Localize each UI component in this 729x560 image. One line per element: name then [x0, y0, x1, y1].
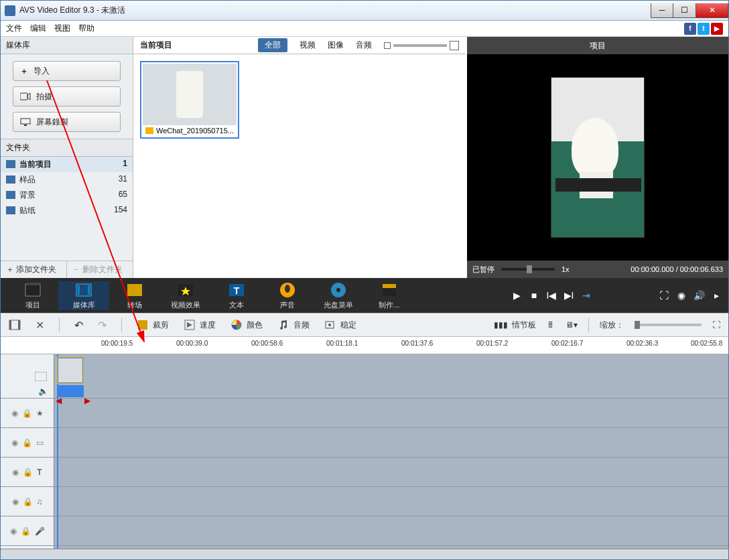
fullscreen-button[interactable]: ⛶: [659, 290, 669, 301]
tab-video[interactable]: 视频: [300, 40, 316, 51]
tab-image[interactable]: 图像: [328, 40, 344, 51]
time-ruler[interactable]: 00:00:19.5 00:00:39.0 00:00:58.6 00:01:1…: [1, 337, 728, 354]
menu-file[interactable]: 文件: [6, 23, 22, 34]
play-button[interactable]: ▶: [511, 290, 522, 301]
speed-label: 速度: [200, 320, 216, 331]
sound-tab[interactable]: 声音: [262, 281, 313, 310]
mark-button[interactable]: ⇥: [581, 290, 592, 301]
svg-rect-19: [9, 320, 11, 330]
shoot-button[interactable]: 拍摄: [13, 86, 121, 107]
transition-tab[interactable]: 转场: [109, 281, 160, 310]
folders-header: 文件夹: [1, 139, 133, 157]
audio-button[interactable]: 音频: [277, 319, 310, 331]
folder-row[interactable]: 当前项目1: [1, 157, 133, 172]
tab-all[interactable]: 全部: [258, 38, 287, 52]
media-library-panel: 媒体库 ＋ 导入 拍摄 屏幕錄製 文件夹 当前项目1 样品31 背: [1, 37, 133, 278]
import-label: 导入: [34, 66, 50, 77]
redo-button[interactable]: ↷: [98, 319, 107, 332]
folder-name: 当前项目: [19, 159, 52, 170]
folder-name: 背景: [19, 190, 36, 201]
camera-icon: [20, 92, 31, 100]
svg-rect-1: [21, 119, 30, 124]
facebook-icon[interactable]: f: [684, 23, 696, 35]
media-label: 媒体库: [73, 300, 95, 310]
video-badge-icon: [145, 127, 153, 134]
next-frame-button[interactable]: ▶I: [564, 290, 574, 301]
ruler-tick: 00:01:57.2: [476, 340, 508, 347]
tab-audio[interactable]: 音频: [356, 40, 372, 51]
text-tab[interactable]: T文本: [211, 281, 262, 310]
folder-icon: [6, 176, 15, 184]
disc-menu-tab[interactable]: 光盘菜单: [313, 281, 364, 310]
import-button[interactable]: ＋ 导入: [13, 61, 121, 81]
color-wheel-icon: [230, 319, 243, 331]
current-time: 00:00:00.000: [631, 265, 673, 273]
film-icon[interactable]: [9, 319, 21, 331]
thumbnail-image: [143, 64, 237, 125]
svg-rect-8: [127, 284, 142, 296]
zoom-slider[interactable]: [635, 324, 702, 326]
maximize-button[interactable]: ☐: [673, 3, 696, 18]
project-tab[interactable]: 项目: [7, 281, 58, 310]
add-folder-button[interactable]: ＋ 添加文件夹: [1, 261, 66, 278]
gallery-panel: 当前项目 全部 视频 图像 音频: [133, 37, 466, 278]
fit-zoom-button[interactable]: ⛶: [712, 320, 720, 330]
menu-view[interactable]: 视图: [54, 23, 70, 34]
svg-rect-6: [78, 285, 80, 295]
minimize-button[interactable]: ─: [651, 3, 673, 18]
volume-chevron-icon[interactable]: ▸: [711, 290, 722, 301]
speaker-icon[interactable]: 🔈: [38, 387, 48, 396]
svg-rect-21: [138, 320, 147, 330]
project-label: 项目: [25, 300, 40, 310]
audio-mixer-button[interactable]: 🎚: [547, 320, 555, 330]
effects-tab[interactable]: 视频效果: [160, 281, 211, 310]
timeline-clip[interactable]: [57, 357, 84, 384]
svg-rect-16: [383, 287, 396, 296]
preview-video: [467, 54, 728, 261]
snapshot-button[interactable]: ◉: [676, 290, 687, 301]
delete-button[interactable]: ✕: [36, 319, 44, 332]
volume-button[interactable]: 🔊: [693, 290, 704, 301]
preview-panel: 项目 已暂停 1x 00:00:00.000 / 00:00:06.633: [467, 37, 728, 278]
youtube-icon[interactable]: ▶: [711, 23, 723, 35]
stable-label: 稳定: [340, 320, 356, 331]
media-thumbnail[interactable]: WeChat_2019050715...: [140, 61, 239, 139]
svg-point-13: [285, 285, 290, 293]
horizontal-scrollbar[interactable]: [1, 549, 728, 559]
speed-slider[interactable]: [501, 268, 555, 271]
svg-rect-2: [24, 125, 27, 126]
titlebar: AVS Video Editor 9.3 - 未激活 ─ ☐ ✕: [1, 1, 728, 21]
thumbnail-size-slider[interactable]: [384, 41, 459, 50]
prev-frame-button[interactable]: I◀: [546, 290, 557, 301]
total-time: 00:00:06.633: [680, 265, 723, 273]
produce-tab[interactable]: 制作...: [364, 281, 415, 310]
crop-button[interactable]: 裁剪: [137, 319, 169, 331]
ruler-tick: 00:00:19.5: [101, 340, 133, 347]
stop-button[interactable]: ■: [529, 290, 539, 301]
folder-row[interactable]: 贴纸154: [1, 203, 133, 218]
speed-button[interactable]: 速度: [184, 319, 216, 331]
storyboard-button[interactable]: ▮▮▮情节板: [494, 320, 536, 331]
playback-speed: 1x: [561, 265, 570, 273]
twitter-icon[interactable]: t: [698, 23, 710, 35]
close-button[interactable]: ✕: [696, 3, 728, 18]
make-label: 制作...: [379, 300, 399, 310]
folder-row[interactable]: 背景65: [1, 188, 133, 203]
crop-label: 裁剪: [153, 320, 169, 331]
svg-rect-3: [25, 284, 40, 296]
folder-count: 1: [123, 159, 127, 170]
undo-button[interactable]: ↶: [74, 319, 83, 332]
screen-record-button[interactable]: 屏幕錄製: [13, 112, 121, 132]
effects-label: 视频效果: [171, 300, 200, 310]
folder-row[interactable]: 样品31: [1, 172, 133, 188]
display-settings-button[interactable]: 🖥▾: [566, 320, 578, 330]
folder-name: 贴纸: [19, 205, 36, 216]
delete-folder-button[interactable]: － 删除文件夹: [66, 261, 133, 278]
folder-list: 当前项目1 样品31 背景65 贴纸154: [1, 157, 133, 261]
menu-edit[interactable]: 编辑: [30, 23, 46, 34]
media-tab[interactable]: 媒体库: [58, 281, 109, 310]
timeline[interactable]: ◉🔒★ ◉🔒▭ ◉🔒T ◉🔒♫ ◉🔒🎤 ◀▶ 🔈: [1, 354, 728, 549]
menu-help[interactable]: 帮助: [78, 23, 94, 34]
color-button[interactable]: 颜色: [230, 319, 263, 331]
stabilize-button[interactable]: 稳定: [324, 319, 356, 331]
